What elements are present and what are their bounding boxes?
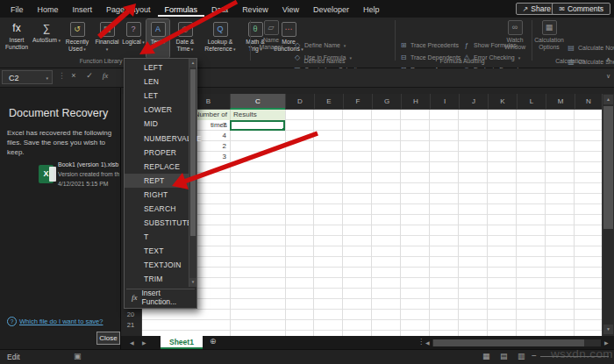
column-header[interactable]: I <box>430 94 459 110</box>
expand-formula-bar-icon[interactable]: ∨ <box>606 73 610 80</box>
ribbon-button-label: Financial <box>94 39 120 54</box>
dropdown-scrollbar[interactable]: ▲ ▼ <box>189 59 196 287</box>
page-layout-view-icon[interactable]: ▤ <box>500 352 508 360</box>
grid-vertical-lines <box>285 110 602 336</box>
sheet-nav-left-icon[interactable]: ◀ <box>130 339 134 346</box>
scroll-down-icon[interactable]: ▼ <box>603 325 613 334</box>
menu-tab[interactable]: Formulas <box>158 2 205 17</box>
ribbon-function-button[interactable]: fx Insert Function <box>2 19 32 58</box>
scroll-up-icon[interactable]: ▲ <box>603 95 613 104</box>
calculation-options-button[interactable]: ▦ Calculation Options <box>534 20 564 51</box>
menu-tab[interactable]: Developer <box>306 2 356 17</box>
share-icon: ↗ <box>523 5 529 13</box>
column-header[interactable]: N <box>575 94 602 110</box>
column-header[interactable]: G <box>372 94 401 110</box>
column-header[interactable]: L <box>517 94 546 110</box>
menu-tab[interactable]: View <box>275 2 306 17</box>
confirm-entry-icon[interactable]: ✓ <box>82 71 96 80</box>
pane-title: Document Recovery <box>9 107 108 119</box>
cell-c1[interactable]: Results <box>230 110 285 120</box>
zoom-slider[interactable] <box>540 356 609 357</box>
hscroll-left-icon[interactable]: ◀ <box>425 339 430 346</box>
comments-button[interactable]: ✉ Comments <box>552 3 610 15</box>
function-category-icon: ▤ <box>100 22 115 37</box>
ribbon-function-button[interactable]: Q Lookup & Reference <box>201 19 239 58</box>
horizontal-scrollbar-thumb[interactable] <box>433 339 584 346</box>
row-header[interactable]: 21 <box>121 320 140 331</box>
cancel-entry-icon[interactable]: × <box>67 71 81 80</box>
zoom-out-icon[interactable]: − <box>532 351 537 360</box>
sheet-tab-sheet1[interactable]: Sheet1 <box>161 336 203 349</box>
recovered-file-name[interactable]: Book1 (version 1).xlsb [Aut... <box>58 161 119 168</box>
text-function-item[interactable]: RIGHT <box>125 188 196 202</box>
column-header[interactable]: D <box>285 94 314 110</box>
new-sheet-icon[interactable]: ⊕ <box>210 337 217 346</box>
column-header[interactable]: E <box>314 94 343 110</box>
text-function-item[interactable]: LOWER <box>125 103 196 117</box>
which-file-help-link[interactable]: Which file do I want to save? <box>19 318 103 325</box>
tab-scrollbar-splitter[interactable]: ⋮ <box>418 338 425 346</box>
dropdown-scroll-up-icon[interactable]: ▲ <box>189 59 196 68</box>
insert-function-menu-item[interactable]: fx Insert Function... <box>125 289 196 305</box>
dropdown-scrollbar-thumb[interactable] <box>190 69 196 236</box>
column-header[interactable]: F <box>343 94 372 110</box>
column-header[interactable]: K <box>488 94 517 110</box>
text-function-item[interactable]: MID <box>125 117 196 131</box>
watch-window-button[interactable]: ∞ Watch Window <box>500 20 530 51</box>
hscroll-right-icon[interactable]: ▶ <box>604 339 609 346</box>
text-function-item[interactable]: NUMBERVALUE <box>125 131 196 145</box>
close-pane-button[interactable]: Close <box>96 332 120 345</box>
ribbon-function-button[interactable]: ◷ Date & Time <box>170 19 200 58</box>
column-header[interactable]: H <box>401 94 430 110</box>
excel-window: FileHomeInsertPage LayoutFormulasDataRev… <box>0 0 614 364</box>
text-function-item[interactable]: T <box>125 230 196 244</box>
text-function-item[interactable]: REPLACE <box>125 160 196 174</box>
text-function-item[interactable]: TEXTJOIN <box>125 258 196 272</box>
column-header[interactable]: M <box>546 94 575 110</box>
accessibility-status-icon[interactable]: ▣ <box>74 352 82 360</box>
column-header[interactable]: J <box>459 94 488 110</box>
text-function-item[interactable]: TRIM <box>125 272 196 286</box>
name-manager-button[interactable]: ▱ Name Manager <box>255 20 287 51</box>
name-box-caret-icon[interactable]: ▾ <box>46 71 48 85</box>
collapse-ribbon-icon[interactable]: ∧ <box>606 56 610 63</box>
text-function-item[interactable]: LEN <box>125 75 196 89</box>
text-function-item[interactable]: TEXT <box>125 244 196 258</box>
dropdown-scroll-down-icon[interactable]: ▼ <box>189 278 196 287</box>
defined-names-button[interactable]: ◇ Define Name <box>293 41 346 49</box>
ribbon-button-label: AutoSum <box>32 37 61 44</box>
text-function-item[interactable]: PROPER <box>125 146 196 160</box>
row-header[interactable]: 20 <box>121 310 140 320</box>
text-function-item[interactable]: LET <box>125 89 196 103</box>
function-category-icon: ◷ <box>178 22 193 37</box>
calculation-button[interactable]: ▤ Calculate Now <box>567 44 614 52</box>
menu-tab[interactable]: Insert <box>66 2 100 17</box>
auditing-item-icon: ƒ <box>462 41 471 49</box>
normal-view-icon[interactable]: ▦ <box>482 352 490 360</box>
menu-tab[interactable]: Page Layout <box>99 2 158 17</box>
ribbon-function-button[interactable]: ▤ Financial <box>94 19 120 58</box>
menu-tab[interactable]: File <box>4 2 31 17</box>
watermark: wsxdn.com <box>551 347 613 360</box>
ribbon-function-button[interactable]: ↺ Recently Used <box>61 19 93 58</box>
vertical-scrollbar-thumb[interactable] <box>603 106 613 229</box>
column-header[interactable]: C <box>230 94 285 110</box>
text-function-item[interactable]: SUBSTITUTE <box>125 216 196 230</box>
text-function-item[interactable]: LEFT <box>125 61 196 75</box>
text-function-item[interactable]: REPT <box>125 174 196 188</box>
name-box[interactable]: C2 ▾ <box>2 70 53 84</box>
selected-cell-c2[interactable] <box>230 120 285 131</box>
auditing-button[interactable]: ⊞ Trace Precedents <box>399 41 459 49</box>
menu-tab[interactable]: Review <box>235 2 275 17</box>
function-category-icon: ↺ <box>70 22 85 37</box>
sheet-nav-right-icon[interactable]: ▶ <box>142 339 146 346</box>
menu-tab[interactable]: Home <box>31 2 66 17</box>
menu-tab[interactable]: Help <box>356 2 387 17</box>
text-function-item[interactable]: SEARCH <box>125 202 196 216</box>
ribbon-function-button[interactable]: A Text <box>146 19 169 58</box>
ribbon-function-button[interactable]: ? Logical <box>121 19 146 58</box>
page-break-view-icon[interactable]: ▥ <box>518 352 525 360</box>
insert-function-icon[interactable]: fx <box>98 71 112 80</box>
menu-tab[interactable]: Data <box>204 2 235 17</box>
ribbon-function-button[interactable]: ∑ AutoSum <box>32 19 61 58</box>
